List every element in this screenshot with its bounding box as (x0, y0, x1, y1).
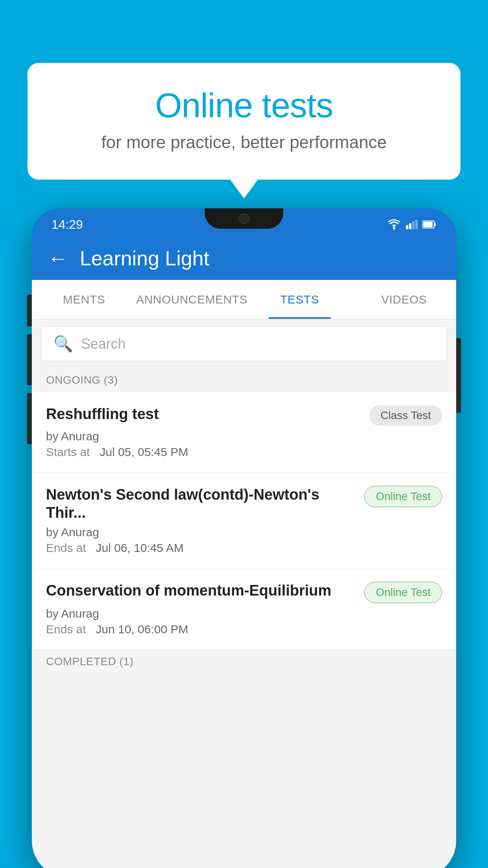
tab-assignments[interactable]: MENTS (32, 280, 136, 319)
test-time-2: Ends at Jul 06, 10:45 AM (46, 541, 442, 555)
completed-section-header: COMPLETED (1) (32, 650, 456, 673)
volume-up-button (27, 295, 32, 326)
svg-rect-6 (434, 223, 436, 226)
volume-down-button (27, 334, 32, 385)
speech-bubble: Online tests for more practice, better p… (28, 63, 460, 180)
status-time: 14:29 (51, 217, 83, 232)
search-icon: 🔍 (53, 335, 73, 353)
back-button[interactable]: ← (48, 246, 68, 270)
wifi-icon (387, 219, 401, 230)
battery-icon (422, 220, 437, 229)
test-card-conservation[interactable]: Conservation of momentum-Equilibrium Onl… (32, 568, 456, 650)
volume-down-button-2 (27, 393, 32, 444)
svg-rect-2 (409, 223, 411, 229)
signal-icon (406, 220, 418, 229)
speech-bubble-section: Online tests for more practice, better p… (28, 63, 460, 180)
test-card-newtons[interactable]: Newton's Second law(contd)-Newton's Thir… (32, 473, 456, 568)
phone-wrapper: 14:29 (31, 208, 457, 868)
status-icons (387, 219, 437, 230)
test-badge-online: Online Test (364, 486, 442, 507)
bubble-title: Online tests (59, 86, 429, 125)
test-card-header-2: Newton's Second law(contd)-Newton's Thir… (46, 486, 442, 522)
time-label-2: Ends at (46, 541, 86, 554)
bubble-subtitle: for more practice, better performance (59, 132, 429, 152)
test-name-2: Newton's Second law(contd)-Newton's Thir… (46, 486, 356, 522)
tab-videos[interactable]: VIDEOS (352, 280, 456, 319)
front-camera (238, 213, 250, 224)
time-value-2: Jul 06, 10:45 AM (96, 541, 183, 554)
tab-tests[interactable]: TESTS (248, 280, 352, 319)
ongoing-section-header: ONGOING (3) (32, 368, 456, 392)
tab-announcements[interactable]: ANNOUNCEMENTS (136, 280, 248, 319)
app-title: Learning Light (80, 246, 209, 270)
time-label-3: Ends at (46, 623, 86, 636)
power-button (456, 338, 461, 413)
time-value: Jul 05, 05:45 PM (100, 445, 188, 458)
test-author: by Anurag (46, 430, 442, 443)
test-time: Starts at Jul 05, 05:45 PM (46, 445, 442, 459)
time-value-3: Jun 10, 06:00 PM (96, 623, 188, 636)
test-name-3: Conservation of momentum-Equilibrium (46, 582, 356, 600)
test-card-reshuffling[interactable]: Reshuffling test Class Test by Anurag St… (32, 392, 456, 473)
test-badge-class: Class Test (369, 405, 442, 426)
content-area: 🔍 Search ONGOING (3) Reshuffling test Cl… (32, 319, 456, 868)
test-time-3: Ends at Jun 10, 06:00 PM (46, 623, 442, 636)
tabs-bar: MENTS ANNOUNCEMENTS TESTS VIDEOS (32, 280, 456, 319)
svg-rect-3 (412, 221, 415, 229)
test-badge-online-2: Online Test (364, 582, 442, 603)
phone-frame: 14:29 (32, 208, 456, 868)
svg-point-0 (393, 227, 395, 230)
app-header: ← Learning Light (32, 237, 456, 280)
test-card-header: Reshuffling test Class Test (46, 405, 442, 426)
svg-rect-4 (415, 220, 418, 229)
test-author-2: by Anurag (46, 526, 442, 539)
time-label: Starts at (46, 445, 90, 458)
test-card-header-3: Conservation of momentum-Equilibrium Onl… (46, 582, 442, 603)
test-name: Reshuffling test (46, 405, 361, 423)
svg-rect-7 (423, 222, 433, 227)
phone-notch (205, 208, 283, 229)
search-placeholder: Search (81, 336, 126, 352)
test-author-3: by Anurag (46, 607, 442, 620)
search-bar[interactable]: 🔍 Search (41, 326, 447, 361)
svg-rect-1 (406, 225, 408, 229)
